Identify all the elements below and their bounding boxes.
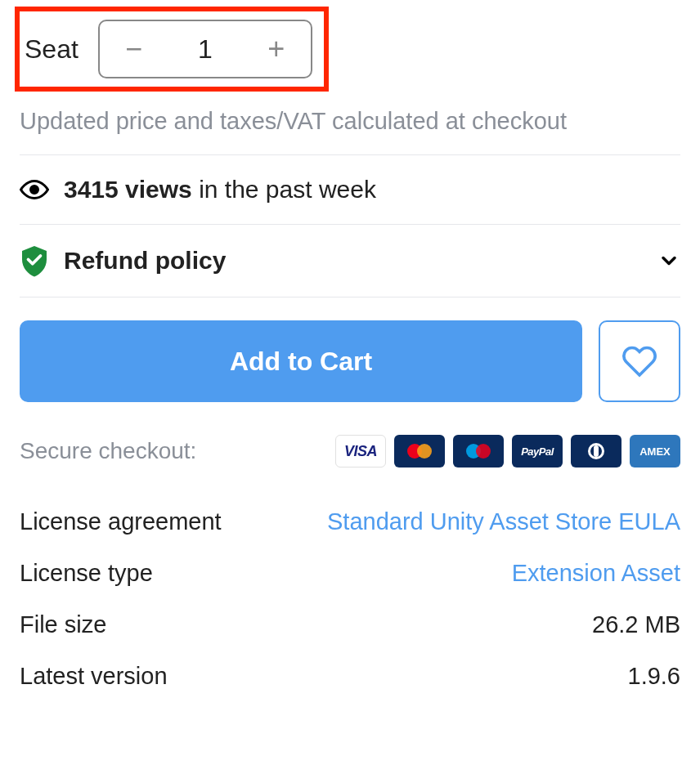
detail-row-license-agreement: License agreement Standard Unity Asset S…	[20, 508, 680, 535]
svg-point-0	[31, 186, 38, 194]
secure-checkout-label: Secure checkout:	[20, 438, 196, 464]
license-agreement-link[interactable]: Standard Unity Asset Store EULA	[327, 508, 680, 535]
detail-row-file-size: File size 26.2 MB	[20, 611, 680, 638]
paypal-icon: PayPal	[512, 435, 563, 468]
chevron-down-icon	[657, 249, 680, 272]
seat-increment-button[interactable]: +	[242, 21, 311, 77]
heart-icon	[621, 343, 657, 379]
eye-icon	[20, 175, 49, 204]
mastercard-icon	[394, 435, 445, 468]
seat-stepper: − 1 +	[98, 20, 312, 78]
secure-checkout-row: Secure checkout: VISA PayPal AMEX	[20, 435, 680, 468]
diners-club-icon	[571, 435, 621, 468]
license-type-link[interactable]: Extension Asset	[512, 560, 680, 587]
detail-label: License agreement	[20, 508, 222, 535]
add-to-cart-button[interactable]: Add to Cart	[20, 320, 582, 402]
seat-value: 1	[168, 34, 242, 65]
file-size-value: 26.2 MB	[592, 611, 680, 638]
latest-version-value: 1.9.6	[628, 663, 681, 690]
checkout-note: Updated price and taxes/VAT calculated a…	[20, 108, 680, 135]
divider	[20, 224, 680, 225]
refund-policy-toggle[interactable]: Refund policy	[20, 244, 680, 277]
divider	[20, 297, 680, 298]
wishlist-button[interactable]	[599, 320, 680, 402]
views-suffix: in the past week	[192, 176, 376, 203]
detail-row-license-type: License type Extension Asset	[20, 560, 680, 587]
action-row: Add to Cart	[20, 320, 680, 402]
detail-label: File size	[20, 611, 106, 638]
views-count: 3415 views	[64, 176, 192, 203]
seat-highlight: Seat − 1 +	[15, 7, 329, 92]
views-row: 3415 views in the past week	[20, 175, 680, 204]
payment-icons: VISA PayPal AMEX	[335, 435, 680, 468]
visa-icon: VISA	[335, 435, 386, 468]
detail-row-latest-version: Latest version 1.9.6	[20, 663, 680, 690]
shield-check-icon	[20, 244, 49, 277]
refund-policy-label: Refund policy	[64, 247, 643, 275]
detail-label: Latest version	[20, 663, 168, 690]
seat-decrement-button[interactable]: −	[100, 21, 168, 77]
detail-label: License type	[20, 560, 153, 587]
seat-label: Seat	[25, 34, 79, 65]
views-text: 3415 views in the past week	[64, 176, 376, 204]
details-list: License agreement Standard Unity Asset S…	[20, 508, 680, 690]
amex-icon: AMEX	[630, 435, 680, 468]
maestro-icon	[453, 435, 504, 468]
divider	[20, 154, 680, 155]
